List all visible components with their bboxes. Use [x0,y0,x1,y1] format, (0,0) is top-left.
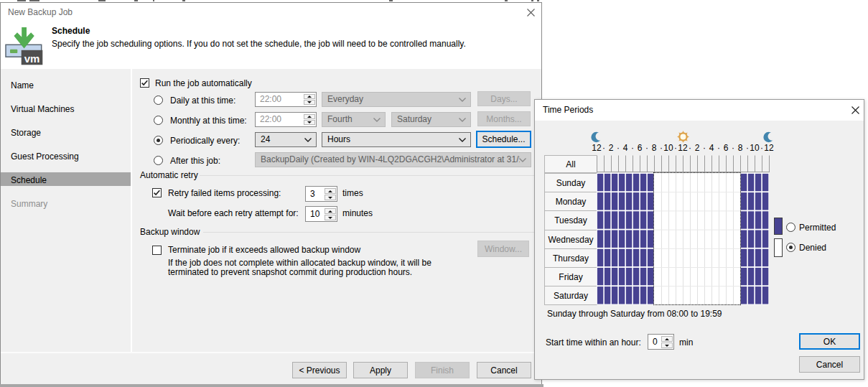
svg-text:vm: vm [24,52,40,65]
